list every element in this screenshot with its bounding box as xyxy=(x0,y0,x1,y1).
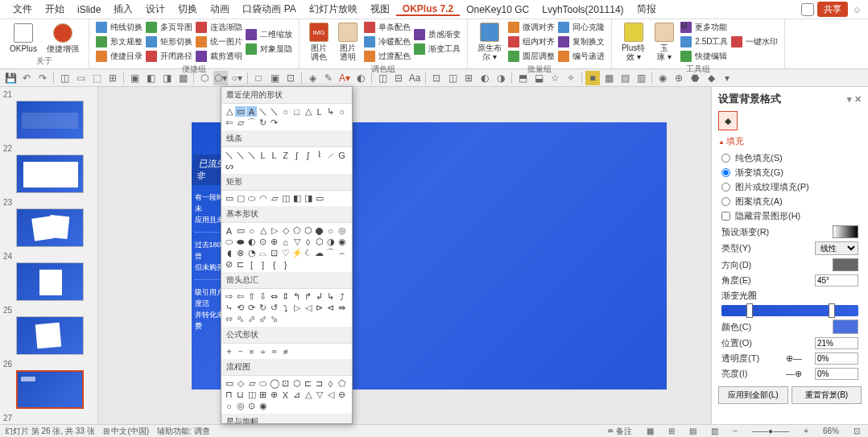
shape-item[interactable]: ◉ xyxy=(337,237,347,247)
shape-item[interactable]: ◔ xyxy=(246,248,257,258)
img-trans-button[interactable]: 图片透明 xyxy=(333,21,362,63)
shape-item[interactable]: ⬂ xyxy=(269,314,279,324)
qat-btn[interactable]: Aa xyxy=(407,71,422,85)
tool-btn-1[interactable]: 一键水印 xyxy=(730,35,779,48)
shape-item[interactable]: A xyxy=(246,106,257,117)
menu-home[interactable]: 开始 xyxy=(39,2,71,16)
menu-transition[interactable]: 切换 xyxy=(172,2,204,16)
fill-tab-icon[interactable]: ◆ xyxy=(718,111,738,130)
shape-item[interactable]: ＼ xyxy=(258,106,268,117)
qat-btn[interactable]: ◑ xyxy=(494,71,508,85)
qat-btn[interactable]: ⬣ xyxy=(688,71,702,85)
shape-item[interactable]: ≠ xyxy=(280,346,291,357)
thumbnail-22[interactable]: 22 xyxy=(3,144,94,193)
shape-item[interactable]: ⇕ xyxy=(280,291,291,302)
shape-item[interactable]: ⊘ xyxy=(224,259,234,270)
menu-show[interactable]: 幻灯片放映 xyxy=(303,2,364,16)
menu-anim[interactable]: 动画 xyxy=(204,2,236,16)
shape-item[interactable]: ▭ xyxy=(235,225,246,236)
shape-item[interactable]: { xyxy=(269,259,279,270)
shape-item[interactable]: ▷ xyxy=(269,225,279,236)
qat-undo-icon[interactable]: ↶ xyxy=(19,71,34,85)
shape-item[interactable]: ▭ xyxy=(235,106,246,117)
qat-btn[interactable]: ▦ xyxy=(601,71,616,85)
bool-button[interactable]: 原生布尔 ▾ xyxy=(473,21,506,63)
shape-item[interactable]: X xyxy=(280,390,291,400)
preset-swatch[interactable] xyxy=(833,225,858,238)
shape-item[interactable]: ⊐ xyxy=(314,378,324,389)
thumbnail-25[interactable]: 25 xyxy=(3,306,94,355)
shape-item[interactable]: ↱ xyxy=(303,291,313,302)
apply-all-button[interactable]: 应用到全部(L) xyxy=(718,386,788,404)
menu-insert[interactable]: 插入 xyxy=(107,2,139,16)
accessibility-indicator[interactable]: 辅助功能: 调查 xyxy=(157,426,210,437)
shape-item[interactable]: ᔕ xyxy=(224,161,234,171)
menu-pa[interactable]: 口袋动画 PA xyxy=(236,2,302,16)
menu-report[interactable]: 简报 xyxy=(630,2,663,16)
shape-item[interactable]: ⤷ xyxy=(224,303,234,313)
shape-item[interactable]: } xyxy=(280,259,291,270)
conv-btn-10[interactable]: 裁剪透明 xyxy=(194,50,244,63)
tool-btn-3[interactable]: 快捷编辑 xyxy=(679,50,730,63)
qat-btn[interactable]: ▾ xyxy=(720,71,734,85)
shape-item[interactable]: ⬭ xyxy=(224,237,234,247)
shape-item[interactable]: ＋ xyxy=(224,346,234,357)
shape-item[interactable]: ⊏ xyxy=(235,259,246,270)
shape-item[interactable]: ∫ xyxy=(303,150,313,160)
shape-item[interactable]: ⇛ xyxy=(337,303,347,313)
zoom-out-icon[interactable]: − xyxy=(730,427,741,435)
shape-item[interactable]: ⯃ xyxy=(314,225,324,236)
thumbnail-21[interactable]: 21 xyxy=(3,90,94,139)
thumbnail-26[interactable]: 26 xyxy=(3,360,94,409)
qat-btn[interactable]: ✎ xyxy=(321,71,336,85)
shape-item[interactable]: △ xyxy=(303,106,313,117)
language-indicator[interactable]: ⊞ 中文(中国) xyxy=(103,426,149,437)
shape-item[interactable]: ◧ xyxy=(291,193,302,204)
conv-btn-5[interactable]: 矩形切换 xyxy=(144,35,194,48)
shape-item[interactable]: ◁ xyxy=(325,390,336,400)
thumbnail-23[interactable]: 23 xyxy=(3,198,94,247)
shape-item[interactable]: ⌢ xyxy=(337,248,347,258)
shape-item[interactable]: ◇ xyxy=(235,378,246,389)
shape-item[interactable]: ⊞ xyxy=(258,390,268,400)
shape-item[interactable]: ↳ xyxy=(325,291,336,302)
shape-item[interactable]: ○ xyxy=(325,225,336,236)
shape-item[interactable]: ↻ xyxy=(258,303,268,313)
thumbnail-24[interactable]: 24 xyxy=(3,252,94,301)
shape-item[interactable]: ○ xyxy=(337,106,347,117)
qat-btn[interactable]: ▥ xyxy=(634,71,648,85)
shape-item[interactable]: ↻ xyxy=(258,117,268,128)
conv-btn-7[interactable]: 对象显隐 xyxy=(244,43,294,56)
shape-item[interactable]: ⊓ xyxy=(224,390,234,400)
qat-btn[interactable]: ⊡ xyxy=(283,71,298,85)
notes-button[interactable]: ≐ 备注 xyxy=(604,426,635,437)
shape-item[interactable]: ⇦ xyxy=(224,117,234,128)
qat-btn[interactable]: ▣ xyxy=(267,71,282,85)
batch-btn-3[interactable]: 复制换文 xyxy=(556,35,606,48)
shape-item[interactable]: ⌓ xyxy=(258,248,268,258)
shape-item[interactable]: ⇨ xyxy=(224,291,234,302)
conv-btn-8[interactable]: 便捷目录 xyxy=(94,50,144,63)
gradient-stops-slider[interactable] xyxy=(721,305,858,316)
shape-item[interactable]: ⊗ xyxy=(235,248,246,258)
qat-btn[interactable]: □ xyxy=(251,71,266,85)
shape-item[interactable]: ⊖ xyxy=(337,390,347,400)
canvas-area[interactable]: 已流失的非 有一段时间未应用且未 过去180天内曾但未购买 吸引用户再度活并转化… xyxy=(98,87,711,424)
qat-btn[interactable]: ▤ xyxy=(618,71,632,85)
panel-close-icon[interactable]: ▾ ✕ xyxy=(847,94,862,105)
type-select[interactable]: 线性 xyxy=(815,241,858,255)
shape-item[interactable]: ◠ xyxy=(258,193,268,204)
qat-btn[interactable]: ◐ xyxy=(353,71,368,85)
shape-item[interactable]: □ xyxy=(291,106,302,117)
conv-btn-4[interactable]: 形文规整 xyxy=(94,35,144,48)
shape-item[interactable]: ⬭ xyxy=(258,378,268,389)
shape-item[interactable]: ⬠ xyxy=(291,225,302,236)
jade-button[interactable]: 玉琢 ▾ xyxy=(650,21,679,63)
view-reading-icon[interactable]: ▤ xyxy=(686,427,700,435)
qat-redo-icon[interactable]: ↷ xyxy=(35,71,50,85)
img-color-button[interactable]: IMG图片调色 xyxy=(304,21,333,63)
shape-item[interactable]: ⬠ xyxy=(337,378,347,389)
smile-icon[interactable]: ☺ xyxy=(853,5,862,14)
shape-item[interactable]: ◐ xyxy=(246,237,257,247)
qat-btn[interactable]: ◐ xyxy=(477,71,492,85)
